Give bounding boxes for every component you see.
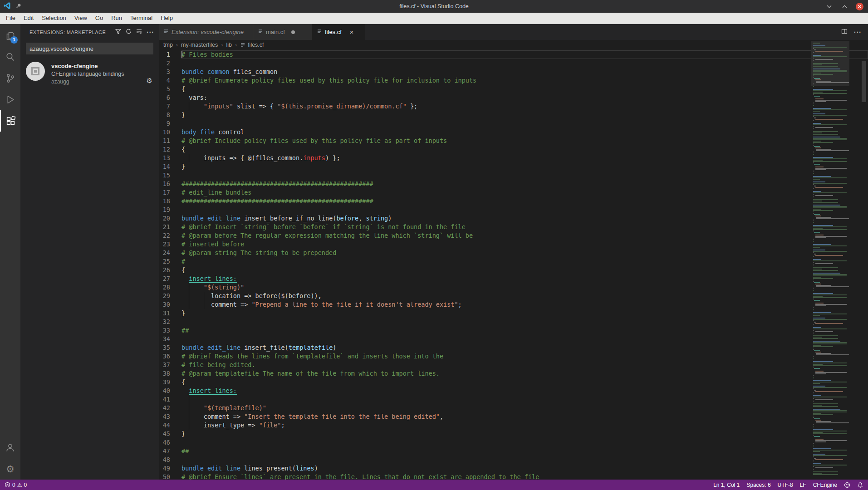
filter-icon[interactable] bbox=[115, 28, 121, 36]
extensions-icon[interactable] bbox=[0, 110, 20, 132]
code-line-35[interactable]: 35bundle edit_line insert_file(templatef… bbox=[159, 343, 868, 352]
line-number[interactable]: 7 bbox=[159, 102, 181, 111]
code-line-19[interactable]: 19 bbox=[159, 206, 868, 214]
code-line-37[interactable]: 37# file being edited. bbox=[159, 361, 868, 369]
accounts-icon[interactable] bbox=[0, 437, 20, 458]
line-number[interactable]: 13 bbox=[159, 154, 181, 162]
code-line-32[interactable]: 32 bbox=[159, 318, 868, 326]
line-number[interactable]: 21 bbox=[159, 223, 181, 231]
line-number[interactable]: 3 bbox=[159, 68, 181, 76]
code-line-33[interactable]: 33## bbox=[159, 326, 868, 335]
line-number[interactable]: 39 bbox=[159, 378, 181, 387]
close-tab-icon[interactable] bbox=[348, 29, 355, 35]
tab-main-cf[interactable]: main.cf bbox=[253, 24, 312, 40]
explorer-icon[interactable]: 1 bbox=[0, 25, 20, 46]
indentation-indicator[interactable]: Spaces: 6 bbox=[746, 482, 770, 488]
close-window-icon[interactable] bbox=[856, 3, 863, 10]
run-and-debug-icon[interactable] bbox=[0, 89, 20, 110]
problems-indicator[interactable]: 0 ⚠ 0 bbox=[5, 482, 27, 488]
code-line-7[interactable]: 7 "inputs" slist => { "$(this.promise_di… bbox=[159, 102, 868, 111]
code-line-27[interactable]: 27 insert_lines: bbox=[159, 274, 868, 283]
minimap[interactable] bbox=[811, 41, 849, 480]
code-line-21[interactable]: 21# @brief Insert `string` before `befor… bbox=[159, 223, 868, 231]
notifications-bell-icon[interactable] bbox=[857, 482, 863, 488]
line-number[interactable]: 19 bbox=[159, 206, 181, 214]
breadcrumb-item-files-cf[interactable]: files.cf bbox=[240, 42, 264, 48]
code-line-40[interactable]: 40 insert_lines: bbox=[159, 387, 868, 395]
line-number[interactable]: 27 bbox=[159, 274, 181, 283]
line-number[interactable]: 35 bbox=[159, 343, 181, 352]
code-line-10[interactable]: 10body file control bbox=[159, 128, 868, 137]
line-number[interactable]: 10 bbox=[159, 128, 181, 137]
line-number[interactable]: 30 bbox=[159, 300, 181, 309]
line-number[interactable]: 14 bbox=[159, 162, 181, 171]
vertical-scrollbar[interactable] bbox=[849, 41, 868, 480]
encoding-indicator[interactable]: UTF-8 bbox=[778, 482, 793, 488]
more-actions-icon[interactable]: ··· bbox=[147, 29, 154, 36]
source-control-icon[interactable] bbox=[0, 68, 20, 89]
code-line-13[interactable]: 13 inputs => { @(files_common.inputs) }; bbox=[159, 154, 868, 162]
code-line-17[interactable]: 17# edit_line bundles bbox=[159, 188, 868, 197]
extensions-search-input[interactable] bbox=[26, 43, 153, 54]
line-number[interactable]: 2 bbox=[159, 59, 181, 68]
refresh-icon[interactable] bbox=[126, 28, 132, 36]
maximize-icon[interactable] bbox=[840, 2, 848, 10]
line-number[interactable]: 6 bbox=[159, 93, 181, 102]
code-line-46[interactable]: 46 bbox=[159, 438, 868, 447]
line-number[interactable]: 31 bbox=[159, 309, 181, 318]
minimize-icon[interactable] bbox=[825, 2, 833, 10]
line-number[interactable]: 46 bbox=[159, 438, 181, 447]
line-number[interactable]: 16 bbox=[159, 180, 181, 188]
code-line-25[interactable]: 25# bbox=[159, 257, 868, 266]
code-line-41[interactable]: 41 bbox=[159, 395, 868, 404]
pin-icon[interactable] bbox=[16, 2, 21, 10]
code-line-2[interactable]: 2 bbox=[159, 59, 868, 68]
code-editor[interactable]: 1# Files bodies23bundle common files_com… bbox=[159, 50, 868, 480]
line-number[interactable]: 8 bbox=[159, 111, 181, 119]
line-number[interactable]: 40 bbox=[159, 387, 181, 395]
line-number[interactable]: 22 bbox=[159, 231, 181, 240]
code-line-15[interactable]: 15 bbox=[159, 171, 868, 180]
line-number[interactable]: 34 bbox=[159, 335, 181, 343]
code-line-43[interactable]: 43 comment => "Insert the template file … bbox=[159, 412, 868, 421]
code-line-34[interactable]: 34 bbox=[159, 335, 868, 343]
code-line-42[interactable]: 42 "$(templatefile)" bbox=[159, 404, 868, 412]
code-line-31[interactable]: 31} bbox=[159, 309, 868, 318]
line-number[interactable]: 15 bbox=[159, 171, 181, 180]
breadcrumb-item-my-masterfiles[interactable]: my-masterfiles bbox=[181, 42, 218, 48]
code-line-29[interactable]: 29 location => before($(before)), bbox=[159, 292, 868, 300]
code-line-50[interactable]: 50# @brief Ensure `lines` are present in… bbox=[159, 473, 868, 480]
line-number[interactable]: 38 bbox=[159, 369, 181, 378]
code-line-45[interactable]: 45} bbox=[159, 430, 868, 438]
code-line-36[interactable]: 36# @brief Reads the lines from `templat… bbox=[159, 352, 868, 361]
code-line-8[interactable]: 8} bbox=[159, 111, 868, 119]
line-number[interactable]: 29 bbox=[159, 292, 181, 300]
code-line-30[interactable]: 30 comment => "Prepend a line to the fil… bbox=[159, 300, 868, 309]
line-number[interactable]: 23 bbox=[159, 240, 181, 249]
line-number[interactable]: 20 bbox=[159, 214, 181, 223]
line-number[interactable]: 44 bbox=[159, 421, 181, 430]
code-line-6[interactable]: 6 vars: bbox=[159, 93, 868, 102]
line-number[interactable]: 32 bbox=[159, 318, 181, 326]
extension-manage-gear-icon[interactable]: ⚙ bbox=[147, 77, 152, 85]
breadcrumb-item-lib[interactable]: lib bbox=[226, 42, 232, 48]
line-number[interactable]: 48 bbox=[159, 456, 181, 464]
code-line-49[interactable]: 49bundle edit_line lines_present(lines) bbox=[159, 464, 868, 473]
menu-item-edit[interactable]: Edit bbox=[20, 13, 38, 24]
line-number[interactable]: 45 bbox=[159, 430, 181, 438]
language-mode[interactable]: CFEngine bbox=[813, 482, 837, 488]
line-number[interactable]: 24 bbox=[159, 249, 181, 257]
code-line-24[interactable]: 24# @param string The string to be prepe… bbox=[159, 249, 868, 257]
menu-item-help[interactable]: Help bbox=[157, 13, 177, 24]
code-line-47[interactable]: 47## bbox=[159, 447, 868, 456]
line-number[interactable]: 25 bbox=[159, 257, 181, 266]
line-number[interactable]: 4 bbox=[159, 76, 181, 85]
code-line-1[interactable]: 1# Files bodies bbox=[159, 50, 868, 59]
tab-files-cf[interactable]: files.cf bbox=[312, 24, 366, 40]
line-number[interactable]: 5 bbox=[159, 85, 181, 93]
line-number[interactable]: 17 bbox=[159, 188, 181, 197]
code-line-22[interactable]: 22# @param before The regular expression… bbox=[159, 231, 868, 240]
code-line-38[interactable]: 38# @param templatefile The name of the … bbox=[159, 369, 868, 378]
code-line-16[interactable]: 16######################################… bbox=[159, 180, 868, 188]
code-line-48[interactable]: 48 bbox=[159, 456, 868, 464]
